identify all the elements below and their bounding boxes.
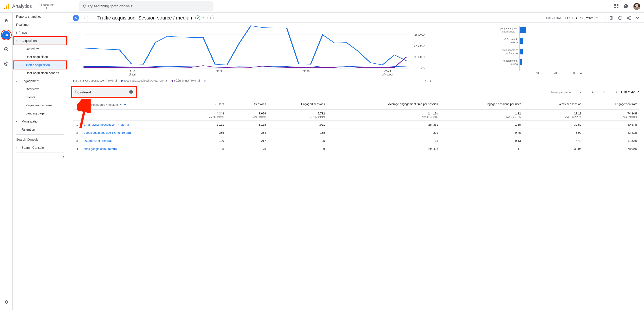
nav-eng-events[interactable]: Events (12, 93, 68, 101)
top-search[interactable] (79, 1, 214, 11)
nav-eng-pages[interactable]: Pages and screens (12, 101, 68, 109)
rail-reports[interactable] (2, 30, 11, 39)
chevron-down-icon[interactable]: ▼ (202, 17, 204, 19)
apps-icon[interactable] (614, 4, 618, 8)
col-users[interactable]: ↓Users (184, 100, 226, 109)
svg-rect-11 (5, 35, 6, 36)
svg-text:sites.google.co: sites.google.co (502, 49, 518, 51)
add-segment-button[interactable]: + (82, 15, 88, 21)
svg-rect-44 (520, 38, 523, 44)
svg-text:0: 0 (519, 72, 520, 75)
svg-line-61 (78, 93, 78, 93)
add-dimension-button[interactable]: + (124, 102, 126, 107)
svg-text:m.baidu.com /: m.baidu.com / (503, 59, 519, 62)
nav-acq-user[interactable]: User acquisition (12, 53, 68, 61)
segment-chip[interactable]: A (73, 15, 79, 21)
col-sessions[interactable]: Sessions (226, 100, 268, 109)
add-comparison-button[interactable]: + (208, 15, 214, 21)
main-content: A + Traffic acquisition: Session source … (68, 12, 644, 310)
table-row[interactable]: 3 s0.2mdn.net / referral 199217252s0.134… (73, 137, 640, 145)
top-header-actions: ? (614, 3, 640, 10)
next-page-button[interactable]: › (638, 89, 640, 95)
customize-columns-icon[interactable] (610, 16, 614, 20)
table-search-input[interactable] (79, 90, 129, 94)
share-icon[interactable] (626, 16, 631, 20)
legend-prev[interactable]: ‹ (425, 79, 426, 83)
line-chart-legend: art-analytics.appspot.com / referral goo… (73, 79, 431, 83)
legend-next[interactable]: › (430, 79, 431, 83)
svg-text:googleads.g.dou: googleads.g.dou (500, 27, 518, 30)
legend-item[interactable]: art-analytics.appspot.com / referral (73, 79, 117, 82)
col-engaged-sessions[interactable]: Engaged sessions (268, 100, 327, 109)
rows-per-page-label: Rows per page: (552, 90, 572, 94)
nav-search-console-group[interactable]: Search Console ︿ (12, 135, 68, 144)
nav-acquisition[interactable]: ▾ Acquisition (12, 37, 68, 45)
rail-admin[interactable] (2, 298, 11, 307)
user-avatar[interactable] (633, 3, 640, 10)
nav-realtime[interactable]: Realtime (12, 20, 68, 29)
clear-search-icon[interactable] (129, 90, 133, 94)
search-icon (75, 90, 79, 94)
col-eng-per-user[interactable]: Engaged sessions per user (440, 100, 523, 109)
rows-per-page-select[interactable]: 10 ▼ (575, 90, 582, 94)
rail-explore[interactable] (2, 45, 11, 54)
svg-text:s0.2mdn.net /: s0.2mdn.net / (504, 38, 519, 40)
svg-text:0: 0 (421, 67, 425, 70)
svg-rect-13 (7, 34, 8, 36)
chevron-right-icon: ▸ (16, 120, 20, 123)
nav-engagement[interactable]: ▾ Engagement (12, 77, 68, 85)
goto-input[interactable]: 1 (603, 90, 605, 94)
nav-life-cycle[interactable]: Life cycle ︿ (12, 29, 68, 37)
svg-text:referral: referral (510, 41, 518, 44)
rail-home[interactable] (2, 16, 11, 25)
nav-monetization[interactable]: ▸ Monetization (12, 117, 68, 125)
legend-item-more[interactable] (204, 79, 206, 82)
help-icon[interactable]: ? (623, 4, 628, 9)
dimension-header[interactable]: Session source / medium ▼ + (73, 100, 184, 109)
verified-icon[interactable] (195, 15, 200, 20)
svg-point-23 (630, 18, 630, 20)
svg-text:04: 04 (384, 70, 391, 73)
rail-advertising[interactable] (2, 59, 11, 68)
svg-point-3 (83, 5, 86, 7)
nav-eng-overview[interactable]: Overview (12, 85, 68, 93)
svg-text:1K: 1K (536, 72, 539, 75)
col-engagement-rate[interactable]: Engagement rate (584, 100, 640, 109)
bar (520, 27, 526, 65)
legend-item[interactable]: s0.2mdn.net / referral (172, 79, 200, 82)
table-search[interactable] (73, 88, 136, 96)
totals-row: 4,3437.77% of total 7,6599.22% of total … (73, 109, 640, 121)
table-row[interactable]: 1 art-analytics.appspot.com / referral 3… (73, 121, 640, 129)
report-toolbar (605, 15, 640, 21)
table-row[interactable]: 4 sites.google.com / referral 1251781392… (73, 145, 640, 153)
nav-acq-overview[interactable]: Overview (12, 45, 68, 53)
insights-icon[interactable] (618, 16, 622, 20)
date-range-picker[interactable]: Last 28 days Jul 10 - Aug 6, 2024 ▼ (546, 16, 598, 20)
top-header: Analytics All accounts ▼ ? (0, 0, 644, 12)
account-switcher[interactable]: All accounts ▼ (36, 3, 56, 9)
svg-rect-1 (6, 5, 8, 9)
legend-item[interactable]: googleads.g.doubleclick.net / referral (121, 79, 168, 82)
nav-reports-snapshot[interactable]: Reports snapshot (12, 12, 68, 20)
ga-logo[interactable]: Analytics (4, 3, 32, 9)
table-controls: Rows per page: 10 ▼ Go to: 1 ‹ 1-10 of 4… (73, 88, 640, 96)
col-avg-engagement[interactable]: Average engagement time per session (327, 100, 440, 109)
table-row[interactable]: 2 googleads.g.doubleclick.net / referral… (73, 129, 640, 137)
collapse-nav[interactable] (12, 154, 68, 161)
nav-search-console[interactable]: ▸ Search Console (12, 144, 68, 152)
svg-rect-46 (520, 59, 522, 65)
col-events-per-session[interactable]: Events per session (523, 100, 584, 109)
svg-text:4K: 4K (580, 72, 584, 75)
svg-text:3K: 3K (572, 72, 575, 75)
svg-text:referral: referral (510, 62, 518, 65)
nav-retention[interactable]: Retention (12, 125, 68, 133)
data-table: Session source / medium ▼ + ↓Users Sessi… (73, 100, 640, 153)
page-title-area: Traffic acquisition: Session source / me… (97, 15, 214, 21)
nav-acq-traffic[interactable]: Traffic acquisition (12, 61, 68, 69)
nav-acq-cohorts[interactable]: User acquisition cohorts (12, 69, 68, 77)
prev-page-button[interactable]: ‹ (616, 89, 617, 95)
trend-icon[interactable] (635, 16, 640, 20)
svg-text:Jul: Jul (128, 73, 136, 76)
top-search-input[interactable] (87, 4, 210, 8)
nav-eng-landing[interactable]: Landing page (12, 109, 68, 117)
